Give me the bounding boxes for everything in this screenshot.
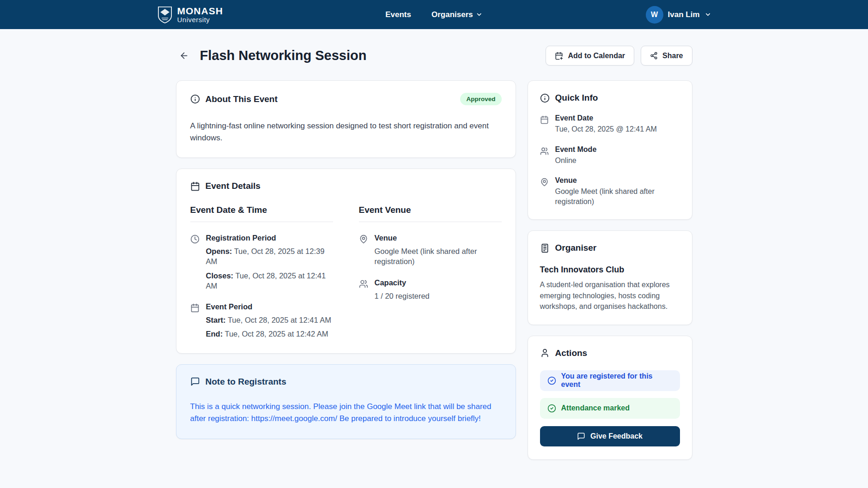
message-square-icon xyxy=(190,377,200,386)
event-details-card: Event Details Event Date & Time Registra… xyxy=(176,169,516,354)
actions-card-title: Actions xyxy=(555,348,588,358)
start-value: Tue, Oct 28, 2025 at 12:41 AM xyxy=(228,316,331,324)
event-period-item: Event Period Start: Tue, Oct 28, 2025 at… xyxy=(190,302,333,339)
clock-icon xyxy=(190,235,200,291)
attendance-status: Attendance marked xyxy=(540,398,680,419)
calendar-icon xyxy=(190,303,200,339)
chevron-down-icon xyxy=(704,11,711,18)
organiser-card: Organiser Tech Innovators Club A student… xyxy=(528,230,692,325)
organiser-name: Tech Innovators Club xyxy=(540,265,680,275)
venue-label: Venue xyxy=(375,234,502,242)
monash-shield-icon xyxy=(157,6,173,24)
venue-section-title: Event Venue xyxy=(359,205,502,222)
registered-status-label: You are registered for this event xyxy=(561,372,673,389)
logo-text-line1: MONASH xyxy=(177,6,223,16)
registered-status: You are registered for this event xyxy=(540,370,680,391)
give-feedback-label: Give Feedback xyxy=(590,432,643,440)
map-pin-icon xyxy=(540,178,549,206)
capacity-label: Capacity xyxy=(375,278,430,287)
registration-period-label: Registration Period xyxy=(206,234,333,242)
nav-link-organisers[interactable]: Organisers xyxy=(431,10,483,19)
event-venue-section: Event Venue Venue Google Meet (link shar… xyxy=(359,205,502,339)
message-square-icon xyxy=(577,432,585,440)
nav-link-organisers-label: Organisers xyxy=(431,10,473,19)
note-body: This is a quick networking session. Plea… xyxy=(190,401,502,425)
capacity-item: Capacity 1 / 20 registered xyxy=(359,278,502,301)
building-icon xyxy=(540,243,550,253)
about-description: A lightning-fast online networking sessi… xyxy=(190,120,502,144)
quick-info-card: Quick Info Event Date Tue, Oct 28, 2025 … xyxy=(528,80,692,220)
user-menu[interactable]: W Ivan Lim xyxy=(646,6,711,24)
opens-label: Opens: xyxy=(206,247,232,255)
page-title: Flash Networking Session xyxy=(200,48,367,63)
venue-value: Google Meet (link shared after registrat… xyxy=(375,246,502,267)
share-icon xyxy=(650,52,658,60)
check-circle-icon xyxy=(547,376,556,385)
give-feedback-button[interactable]: Give Feedback xyxy=(540,426,680,446)
calendar-icon xyxy=(190,181,200,191)
user-name: Ivan Lim xyxy=(668,10,700,19)
event-mode-label: Event Mode xyxy=(555,145,597,154)
note-card-title: Note to Registrants xyxy=(206,377,286,387)
registration-opens: Opens: Tue, Oct 28, 2025 at 12:39 AM xyxy=(206,246,333,267)
share-button[interactable]: Share xyxy=(641,46,692,66)
registration-period-item: Registration Period Opens: Tue, Oct 28, … xyxy=(190,234,333,291)
event-date-value: Tue, Oct 28, 2025 @ 12:41 AM xyxy=(555,124,657,134)
event-end: End: Tue, Oct 28, 2025 at 12:42 AM xyxy=(206,329,332,339)
quick-info-event-date: Event Date Tue, Oct 28, 2025 @ 12:41 AM xyxy=(540,114,680,134)
end-value: Tue, Oct 28, 2025 at 12:42 AM xyxy=(225,330,328,338)
event-period-label: Event Period xyxy=(206,302,332,311)
logo-text-line2: University xyxy=(177,16,223,23)
venue-value: Google Meet (link shared after registrat… xyxy=(555,187,680,206)
users-icon xyxy=(540,147,549,166)
calendar-icon xyxy=(540,115,549,134)
quick-info-venue: Venue Google Meet (link shared after reg… xyxy=(540,176,680,206)
registration-closes: Closes: Tue, Oct 28, 2025 at 12:41 AM xyxy=(206,271,333,291)
check-circle-icon xyxy=(547,404,556,413)
event-date-label: Event Date xyxy=(555,114,657,122)
start-label: Start: xyxy=(206,316,226,324)
users-icon xyxy=(359,279,368,301)
attendance-status-label: Attendance marked xyxy=(561,404,630,412)
share-label: Share xyxy=(662,52,683,60)
map-pin-icon xyxy=(359,235,368,267)
calendar-plus-icon xyxy=(555,52,563,60)
event-mode-value: Online xyxy=(555,156,597,166)
capacity-value: 1 / 20 registered xyxy=(375,291,430,301)
about-card: About This Event Approved A lightning-fa… xyxy=(176,80,516,158)
back-button[interactable] xyxy=(176,48,193,64)
venue-label: Venue xyxy=(555,176,680,185)
user-icon xyxy=(540,348,550,358)
info-icon xyxy=(540,93,550,103)
quick-info-event-mode: Event Mode Online xyxy=(540,145,680,166)
event-start: Start: Tue, Oct 28, 2025 at 12:41 AM xyxy=(206,315,332,325)
monash-logo[interactable]: MONASH University xyxy=(157,6,223,24)
about-card-title: About This Event xyxy=(206,94,278,104)
organiser-card-title: Organiser xyxy=(555,243,597,253)
quick-info-title: Quick Info xyxy=(555,93,598,103)
end-label: End: xyxy=(206,330,223,338)
top-navbar: MONASH University Events Organisers W Iv… xyxy=(0,0,868,29)
datetime-section-title: Event Date & Time xyxy=(190,205,333,222)
organiser-description: A student-led organisation that explores… xyxy=(540,279,680,312)
arrow-left-icon xyxy=(179,51,189,60)
add-to-calendar-label: Add to Calendar xyxy=(568,52,625,60)
note-card: Note to Registrants This is a quick netw… xyxy=(176,364,516,440)
info-icon xyxy=(190,94,200,104)
event-datetime-section: Event Date & Time Registration Period Op… xyxy=(190,205,333,339)
status-badge: Approved xyxy=(460,93,501,105)
event-details-title: Event Details xyxy=(206,181,261,191)
closes-label: Closes: xyxy=(206,271,234,280)
venue-item: Venue Google Meet (link shared after reg… xyxy=(359,234,502,267)
chevron-down-icon xyxy=(476,11,483,18)
nav-link-events[interactable]: Events xyxy=(385,10,411,19)
avatar: W xyxy=(646,6,663,24)
main-nav: Events Organisers xyxy=(385,0,483,29)
actions-card: Actions You are registered for this even… xyxy=(528,336,692,460)
add-to-calendar-button[interactable]: Add to Calendar xyxy=(546,46,634,66)
